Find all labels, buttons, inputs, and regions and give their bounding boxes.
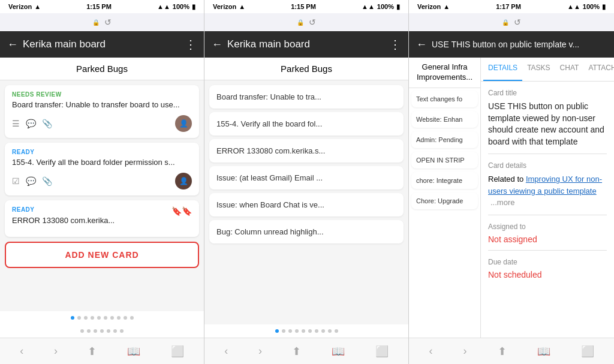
dot-8	[117, 316, 121, 320]
card-title-2: 155-4. Verify all the board folder permi…	[12, 158, 192, 168]
card-title-1: Board transfer: Unable to transfer board…	[12, 100, 192, 110]
battery-3: 100%	[583, 3, 600, 10]
due-date-label: Due date	[488, 258, 607, 266]
col-header-3: General Infra Improvements...	[409, 58, 480, 88]
dot-b3	[94, 329, 97, 333]
forward-nav-2[interactable]: ›	[258, 345, 262, 357]
detail-tabs: DETAILS TASKS CHAT ATTACHMENTS ⋮	[481, 58, 614, 82]
menu-dots-2[interactable]: ⋮	[389, 37, 401, 52]
list-item[interactable]: Issue: when Board Chat is ve...	[209, 193, 404, 216]
browser-bar-3: ‹ › ⬆ 📖 ⬜	[409, 338, 614, 364]
list-item[interactable]: Website: Enhan	[411, 111, 478, 128]
list-item[interactable]: OPEN IN STRIP	[411, 152, 478, 169]
refresh-icon-1[interactable]: ↺	[104, 17, 112, 27]
dot-b1	[80, 329, 84, 333]
board-title-3: USE THIS button on public template v...	[432, 40, 607, 49]
dot-b7	[120, 329, 124, 333]
dot-5	[97, 316, 101, 320]
dot-b5	[107, 329, 110, 333]
details-prefix: Related to	[488, 175, 526, 183]
back-nav-1[interactable]: ‹	[20, 345, 23, 357]
refresh-icon-3[interactable]: ↺	[514, 17, 521, 27]
dot-10	[130, 316, 134, 320]
back-nav-2[interactable]: ‹	[224, 345, 228, 357]
book-btn-1[interactable]: 📖	[127, 345, 140, 358]
card-2[interactable]: READY 155-4. Verify all the board folder…	[5, 143, 199, 195]
dot-2-2	[282, 329, 285, 333]
tabs-btn-1[interactable]: ⬜	[171, 345, 184, 358]
refresh-icon-2[interactable]: ↺	[309, 17, 316, 27]
card-icons-2: ☑ 💬 📎 👤	[12, 173, 192, 189]
status-right-2: ▲▲ 100% ▮	[362, 3, 400, 11]
chat-icon-2: 💬	[26, 176, 36, 186]
back-button-3[interactable]: ←	[416, 38, 427, 51]
time-2: 1:15 PM	[291, 3, 316, 10]
forward-nav-3[interactable]: ›	[463, 345, 467, 357]
share-btn-1[interactable]: ⬆	[88, 345, 97, 358]
share-btn-3[interactable]: ⬆	[498, 345, 507, 358]
book-btn-2[interactable]: 📖	[332, 345, 345, 358]
tab-tasks[interactable]: TASKS	[522, 58, 555, 81]
list-item[interactable]: Chore: Upgrade	[411, 192, 478, 209]
more-link[interactable]: ...more	[490, 198, 514, 207]
status-left-1: Verizon ▲	[8, 3, 41, 10]
tabs-btn-3[interactable]: ⬜	[581, 345, 594, 358]
dot-7	[110, 316, 114, 320]
list-item[interactable]: Board transfer: Unable to tra...	[209, 85, 404, 109]
card-1[interactable]: NEEDS REVIEW Board transfer: Unable to t…	[5, 85, 199, 138]
pagination-1b	[0, 324, 204, 338]
cards-area-1: NEEDS REVIEW Board transfer: Unable to t…	[0, 80, 204, 311]
tabs-btn-2[interactable]: ⬜	[375, 345, 389, 358]
phone-2: Verizon ▲ 1:15 PM ▲▲ 100% ▮ 🔒 ↺ ← Kerika…	[204, 0, 409, 364]
battery-2: 100%	[377, 3, 394, 10]
dot-b6	[113, 329, 117, 333]
url-bar-2: 🔒 ↺	[204, 13, 408, 31]
list-item[interactable]: ERROR 133080 com.kerika.s...	[209, 139, 404, 163]
list-icon-1: ☰	[12, 119, 20, 128]
carrier-2: Verizon	[213, 3, 236, 10]
tab-attachments[interactable]: ATTACHMENTS	[583, 58, 614, 81]
detail-panel: DETAILS TASKS CHAT ATTACHMENTS ⋮ Card ti…	[481, 58, 614, 338]
book-btn-3[interactable]: 📖	[537, 345, 550, 358]
share-btn-2[interactable]: ⬆	[292, 345, 301, 358]
divider-3	[488, 250, 607, 251]
list-item[interactable]: Issue: (at least Gmail) Email ...	[209, 166, 404, 189]
forward-nav-1[interactable]: ›	[54, 345, 58, 357]
status-bar-3: Verizon ▲ 1:17 PM ▲▲ 100% ▮	[409, 0, 614, 13]
card-3[interactable]: READY 🔖🔖 ERROR 133080 com.kerika...	[5, 200, 199, 237]
check-icon-2: ☑	[12, 176, 20, 186]
list-item[interactable]: Bug: Column unread highligh...	[209, 220, 404, 243]
carrier-3: Verizon	[417, 3, 441, 10]
tab-chat[interactable]: CHAT	[555, 58, 584, 81]
status-right-3: ▲▲ 100% ▮	[567, 3, 606, 11]
menu-dots-1[interactable]: ⋮	[185, 37, 197, 52]
divider-1	[488, 154, 607, 154]
battery-icon-2: ▮	[396, 3, 400, 11]
back-button-1[interactable]: ←	[7, 38, 18, 51]
chat-icon-1: 💬	[26, 119, 36, 128]
back-button-2[interactable]: ←	[212, 38, 222, 51]
tab-details[interactable]: DETAILS	[483, 58, 522, 81]
card-badge-3: READY	[12, 206, 35, 213]
status-right-1: ▲▲ 100% ▮	[157, 3, 195, 11]
url-bar-1: 🔒 ↺	[0, 13, 204, 31]
status-left-2: Verizon ▲	[213, 3, 245, 10]
dot-2-4	[295, 329, 299, 333]
dot-2-5	[302, 329, 305, 333]
card-title-value: USE THIS button on public template viewe…	[488, 101, 607, 148]
signal-icon-3: ▲▲	[567, 3, 580, 10]
back-nav-3[interactable]: ‹	[429, 345, 433, 357]
browser-bar-1: ‹ › ⬆ 📖 ⬜	[0, 338, 204, 364]
signal-icon-1: ▲▲	[157, 3, 170, 10]
divider-2	[488, 215, 607, 215]
add-new-card-button[interactable]: ADD NEW CARD	[5, 242, 199, 268]
dot-2-10	[335, 329, 338, 333]
list-item[interactable]: Admin: Pending	[411, 131, 478, 148]
time-3: 1:17 PM	[496, 3, 521, 10]
list-item[interactable]: 155-4. Verify all the board fol...	[209, 112, 404, 136]
assigned-value: Not assigned	[488, 234, 607, 244]
list-item[interactable]: chore: Integrate	[411, 172, 478, 189]
list-item[interactable]: Text changes fo	[411, 91, 478, 107]
dot-2-3	[288, 329, 292, 333]
battery-icon-1: ▮	[192, 3, 195, 11]
